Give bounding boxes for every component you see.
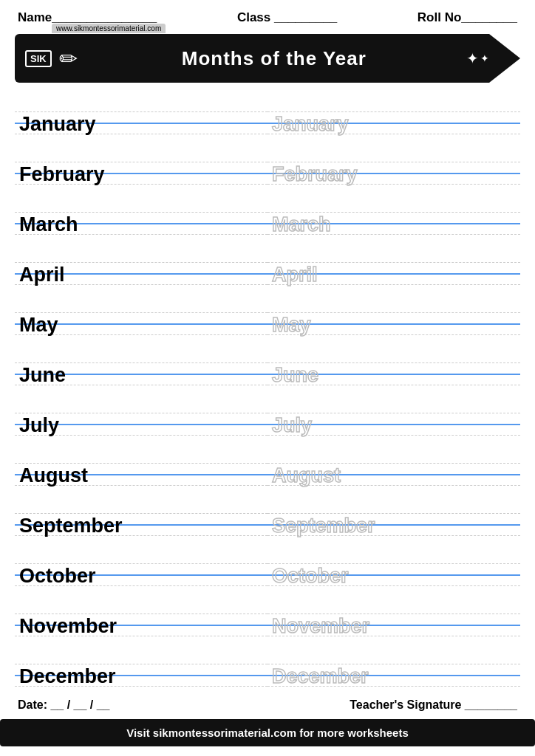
- month-entry-november: November: [15, 591, 268, 641]
- month-label-september: September: [15, 515, 268, 537]
- class-line: _________: [274, 10, 337, 24]
- star-icon: ✦: [466, 49, 479, 67]
- month-entry-june: June: [15, 340, 268, 390]
- trace-entry-september: September: [268, 490, 520, 540]
- small-star-icon: ✦: [480, 52, 489, 64]
- trace-label-june: June: [268, 365, 520, 387]
- footer-banner: Visit sikmontessorimaterial.com for more…: [0, 719, 535, 746]
- trace-label-february: February: [268, 164, 520, 186]
- trace-label-may: May: [268, 315, 520, 337]
- month-entry-december: December: [15, 641, 268, 691]
- banner-title: Months of the Year: [82, 47, 466, 70]
- month-label-october: October: [15, 566, 268, 588]
- month-label-july: July: [15, 415, 268, 437]
- month-label-march: March: [15, 214, 268, 236]
- trace-label-november: November: [268, 616, 520, 638]
- pencil-icon: ✏: [59, 46, 78, 72]
- month-label-august: August: [15, 465, 268, 487]
- footer-area: Date: __ / __ / __ Teacher's Signature _…: [0, 691, 535, 715]
- trace-label-december: December: [268, 666, 520, 688]
- month-entry-april: April: [15, 239, 268, 289]
- trace-label-january: January: [268, 114, 520, 136]
- month-label-may: May: [15, 315, 268, 337]
- trace-entry-april: April: [268, 239, 520, 289]
- month-entry-february: February: [15, 139, 268, 189]
- name-label: Name: [18, 10, 52, 24]
- months-grid: January January February February March …: [0, 89, 535, 691]
- banner-url: www.sikmontessorimaterial.com: [52, 24, 166, 33]
- signature-label: Teacher's Signature ________: [350, 698, 517, 712]
- trace-entry-december: December: [268, 641, 520, 691]
- trace-entry-june: June: [268, 340, 520, 390]
- month-label-november: November: [15, 616, 268, 638]
- trace-label-october: October: [268, 566, 520, 588]
- pencil-point: [489, 34, 520, 83]
- month-label-february: February: [15, 164, 268, 186]
- sik-label: SIK: [25, 50, 52, 67]
- trace-entry-february: February: [268, 139, 520, 189]
- month-label-june: June: [15, 365, 268, 387]
- trace-label-august: August: [268, 465, 520, 487]
- pencil-banner: www.sikmontessorimaterial.com SIK ✏ Mont…: [15, 34, 520, 83]
- rollno-label: Roll No: [418, 10, 462, 24]
- month-entry-august: August: [15, 440, 268, 490]
- month-entry-july: July: [15, 390, 268, 440]
- trace-entry-october: October: [268, 540, 520, 591]
- trace-label-march: March: [268, 214, 520, 236]
- pencil-body: www.sikmontessorimaterial.com SIK ✏ Mont…: [15, 34, 489, 83]
- trace-entry-august: August: [268, 440, 520, 490]
- month-label-december: December: [15, 666, 268, 688]
- month-entry-march: March: [15, 189, 268, 239]
- date-label: Date: __ / __ / __: [18, 698, 110, 712]
- page: Name_______________ Class _________ Roll…: [0, 0, 535, 756]
- month-label-april: April: [15, 264, 268, 286]
- month-entry-october: October: [15, 540, 268, 591]
- trace-label-september: September: [268, 515, 520, 537]
- month-entry-january: January: [15, 89, 268, 139]
- trace-label-july: July: [268, 415, 520, 437]
- month-label-january: January: [15, 114, 268, 136]
- trace-entry-july: July: [268, 390, 520, 440]
- trace-label-april: April: [268, 264, 520, 286]
- trace-entry-march: March: [268, 189, 520, 239]
- class-field: Class _________: [237, 10, 337, 25]
- class-label: Class: [237, 10, 270, 24]
- trace-entry-january: January: [268, 89, 520, 139]
- month-entry-september: September: [15, 490, 268, 540]
- trace-entry-may: May: [268, 289, 520, 340]
- trace-entry-november: November: [268, 591, 520, 641]
- month-entry-may: May: [15, 289, 268, 340]
- rollno-line: ________: [461, 10, 517, 24]
- rollno-field: Roll No________: [418, 10, 517, 25]
- name-line: _______________: [52, 10, 157, 24]
- name-field: Name_______________: [18, 10, 157, 25]
